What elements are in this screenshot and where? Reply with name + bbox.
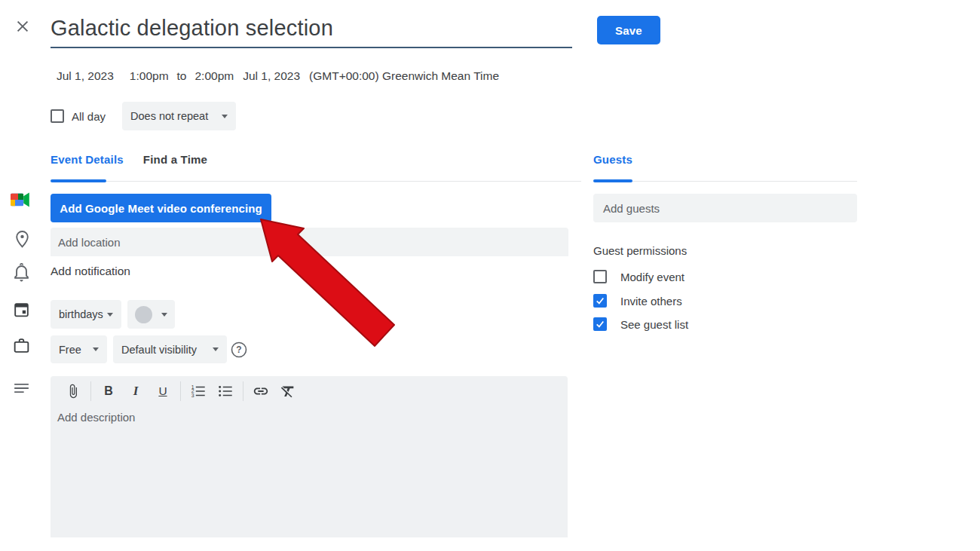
toolbar-separator	[180, 381, 181, 401]
permission-row-modify-event: Modify event	[593, 268, 684, 285]
active-tab-underline	[51, 179, 106, 182]
bold-icon[interactable]: B	[100, 382, 118, 400]
color-swatch	[135, 306, 152, 323]
repeat-value: Does not repeat	[130, 110, 208, 122]
italic-icon[interactable]: I	[127, 382, 145, 400]
location-pin-icon	[13, 228, 32, 250]
calendar-select[interactable]: birthdays	[51, 300, 121, 329]
event-editor-window: Galactic delegation selection Save Jul 1…	[0, 0, 980, 551]
permission-label: Invite others	[620, 295, 682, 308]
see-guest-list-checkbox[interactable]	[593, 317, 607, 331]
briefcase-icon	[12, 336, 31, 355]
google-meet-icon	[10, 191, 30, 209]
end-date-field[interactable]: Jul 1, 2023	[243, 69, 300, 83]
repeat-select[interactable]: Does not repeat	[122, 102, 236, 130]
chevron-down-icon	[222, 115, 228, 118]
permission-label: Modify event	[620, 271, 684, 283]
add-guests-input[interactable]: Add guests	[593, 194, 857, 222]
close-icon	[14, 18, 31, 35]
event-title-text: Galactic delegation selection	[51, 16, 333, 41]
calendar-select-value: birthdays	[59, 308, 103, 320]
location-placeholder: Add location	[58, 236, 121, 249]
end-time-field[interactable]: 2:00pm	[194, 69, 234, 83]
busy-free-value: Free	[59, 344, 81, 356]
description-placeholder: Add description	[57, 411, 135, 424]
chevron-down-icon	[93, 347, 99, 351]
permission-row-invite-others: Invite others	[593, 292, 682, 309]
start-date-field[interactable]: Jul 1, 2023	[57, 69, 114, 83]
modify-event-checkbox[interactable]	[593, 270, 607, 283]
event-color-select[interactable]	[127, 300, 175, 329]
notification-bell-icon	[12, 262, 31, 283]
location-input[interactable]: Add location	[51, 228, 568, 256]
tabs-divider-right	[593, 181, 857, 182]
svg-text:3: 3	[191, 393, 194, 398]
calendar-icon	[12, 300, 31, 320]
underline-icon[interactable]: U	[154, 382, 172, 400]
left-tabs: Event Details Find a Time	[51, 153, 207, 166]
tab-guests[interactable]: Guests	[593, 153, 632, 166]
attachment-icon[interactable]	[64, 382, 82, 400]
allday-row: All day Does not repeat	[51, 102, 236, 130]
description-toolbar: B I U 1 2 3	[60, 381, 302, 402]
close-button[interactable]	[12, 16, 33, 37]
bulleted-list-icon[interactable]	[216, 382, 234, 400]
check-icon	[595, 295, 605, 306]
insert-link-icon[interactable]	[252, 382, 270, 400]
right-tabs: Guests	[593, 153, 632, 166]
to-label: to	[177, 69, 187, 83]
all-day-checkbox[interactable]	[51, 109, 64, 123]
event-title-input[interactable]: Galactic delegation selection	[51, 9, 572, 48]
toolbar-separator	[243, 381, 243, 401]
start-time-field[interactable]: 1:00pm	[130, 69, 169, 83]
svg-text:?: ?	[236, 344, 241, 355]
check-icon	[595, 319, 605, 329]
add-google-meet-button[interactable]: Add Google Meet video conferencing	[51, 194, 271, 222]
chevron-down-icon	[213, 347, 219, 351]
visibility-value: Default visibility	[121, 344, 197, 356]
datetime-row: Jul 1, 2023 1:00pm to 2:00pm Jul 1, 2023…	[57, 68, 499, 84]
busy-free-select[interactable]: Free	[51, 335, 107, 363]
timezone-field[interactable]: (GMT+00:00) Greenwich Mean Time	[309, 69, 499, 83]
remove-formatting-icon[interactable]	[279, 382, 297, 400]
guest-permissions-title: Guest permissions	[593, 244, 687, 257]
invite-others-checkbox[interactable]	[593, 294, 607, 308]
permission-row-see-guest-list: See guest list	[593, 316, 688, 332]
toolbar-separator	[90, 381, 91, 401]
description-area[interactable]: B I U 1 2 3	[51, 376, 568, 537]
permission-label: See guest list	[620, 318, 688, 331]
guests-tab-underline	[593, 179, 632, 182]
description-icon	[12, 381, 31, 396]
all-day-label: All day	[72, 110, 106, 123]
add-notification-button[interactable]: Add notification	[51, 265, 130, 278]
tabs-divider-left	[51, 181, 581, 182]
tab-event-details[interactable]: Event Details	[51, 153, 124, 166]
chevron-down-icon	[161, 313, 167, 317]
save-button[interactable]: Save	[597, 16, 660, 44]
visibility-select[interactable]: Default visibility	[113, 335, 227, 363]
add-guests-placeholder: Add guests	[603, 202, 660, 215]
help-icon[interactable]: ?	[231, 341, 247, 358]
numbered-list-icon[interactable]: 1 2 3	[189, 382, 207, 400]
chevron-down-icon	[107, 313, 113, 317]
tab-find-a-time[interactable]: Find a Time	[143, 153, 207, 166]
